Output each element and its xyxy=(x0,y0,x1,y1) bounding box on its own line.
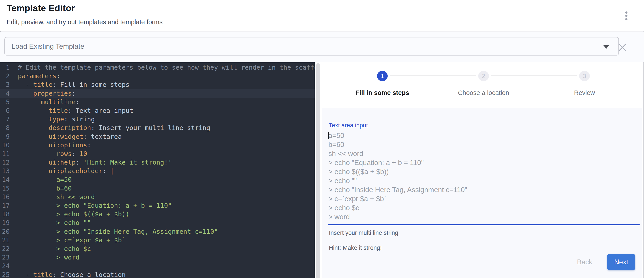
line-number: 10 xyxy=(0,141,10,150)
form-preview-pane: 1Fill in some steps2Choose a location3Re… xyxy=(322,62,642,278)
yaml-code-editor[interactable]: 1# Edit the template parameters below to… xyxy=(0,62,315,278)
step-label-2: Choose a location xyxy=(437,89,530,96)
line-number: 9 xyxy=(0,132,10,141)
line-number: 1 xyxy=(0,63,10,72)
code-line[interactable]: 11 rows: 10 xyxy=(0,150,315,158)
code-text xyxy=(10,262,18,270)
code-line[interactable]: 16 sh << word xyxy=(0,193,315,201)
line-number: 25 xyxy=(0,271,10,278)
line-number: 24 xyxy=(0,262,10,270)
code-line[interactable]: 12 ui:help: 'Hint: Make it strong!' xyxy=(0,158,315,167)
line-number: 3 xyxy=(0,80,10,89)
back-button[interactable]: Back xyxy=(573,256,596,268)
code-line[interactable]: 20 > echo "Inside Here Tag, Assignment c… xyxy=(0,227,315,236)
load-template-placeholder: Load Existing Template xyxy=(12,42,84,50)
template-toolbar: Load Existing Template xyxy=(0,32,644,62)
line-number: 17 xyxy=(0,201,10,210)
code-line[interactable]: 14 a=50 xyxy=(0,175,315,184)
code-line[interactable]: 8 description: Insert your multi line st… xyxy=(0,124,315,132)
textarea-placeholder-line: b=60 xyxy=(328,140,640,149)
code-line[interactable]: 19 > echo "" xyxy=(0,219,315,227)
load-template-select[interactable]: Load Existing Template xyxy=(4,37,619,55)
close-icon xyxy=(618,43,626,51)
code-line[interactable]: 1# Edit the template parameters below to… xyxy=(0,63,315,72)
caret-down-icon[interactable] xyxy=(604,45,609,49)
code-text: ui:placeholder: | xyxy=(10,167,114,175)
code-line[interactable]: 25 - title: Choose a location xyxy=(0,271,315,278)
code-text: ui:help: 'Hint: Make it strong!' xyxy=(10,158,172,167)
code-text: description: Insert your multi line stri… xyxy=(10,124,210,132)
code-line[interactable]: 17 > echo "Equation: a + b = 110" xyxy=(0,201,315,210)
line-number: 6 xyxy=(0,106,10,115)
multiline-textarea[interactable]: a=50b=60sh << word> echo "Equation: a + … xyxy=(328,131,640,222)
step-connector xyxy=(390,76,476,76)
step-circle-3: 3 xyxy=(579,71,590,81)
line-number: 11 xyxy=(0,150,10,158)
code-text: parameters: xyxy=(10,72,60,80)
editor-splitter-track xyxy=(315,62,322,278)
code-text: title: Text area input xyxy=(10,106,133,115)
textarea-placeholder-line: > echo $(($a + $b)) xyxy=(328,167,640,176)
code-line[interactable]: 4 properties: xyxy=(0,89,315,98)
step-circle-2: 2 xyxy=(478,71,489,81)
code-text: > word xyxy=(10,253,79,262)
field-help-text: Hint: Make it strong! xyxy=(329,245,382,251)
code-text: b=60 xyxy=(10,184,72,193)
code-text: # Edit the template parameters below to … xyxy=(10,63,315,72)
line-number: 2 xyxy=(0,72,10,80)
line-number: 8 xyxy=(0,124,10,132)
textarea-placeholder-line: > word xyxy=(328,212,640,221)
textarea-placeholder-line: sh << word xyxy=(328,149,640,158)
code-text: a=50 xyxy=(10,175,72,184)
code-text: > echo "" xyxy=(10,219,91,227)
more-vert-icon[interactable] xyxy=(621,10,632,21)
code-text: sh << word xyxy=(10,193,95,201)
code-line[interactable]: 2parameters: xyxy=(0,72,315,80)
code-text: > c=`expr $a + $b` xyxy=(10,236,126,245)
step-connector xyxy=(491,76,577,76)
code-text: > echo "Equation: a + b = 110" xyxy=(10,201,172,210)
textarea-placeholder-line: > echo "" xyxy=(328,176,640,185)
code-line[interactable]: 21 > c=`expr $a + $b` xyxy=(0,236,315,245)
line-number: 20 xyxy=(0,227,10,236)
clear-template-button[interactable] xyxy=(617,42,628,53)
textarea-placeholder-line: > echo "Inside Here Tag, Assignment c=11… xyxy=(328,185,640,194)
line-number: 16 xyxy=(0,193,10,201)
code-line[interactable]: 22 > echo $c xyxy=(0,245,315,253)
page-subtitle: Edit, preview, and try out templates and… xyxy=(6,18,163,26)
code-text: > echo $c xyxy=(10,245,91,253)
step-label-1: Fill in some steps xyxy=(336,89,429,96)
step-label-3: Review xyxy=(538,89,631,96)
line-number: 4 xyxy=(0,89,10,98)
code-line[interactable]: 15 b=60 xyxy=(0,184,315,193)
code-text: multiline: xyxy=(10,98,79,106)
textarea-placeholder-line: > echo $c xyxy=(328,203,640,212)
code-line[interactable]: 6 title: Text area input xyxy=(0,106,315,115)
line-number: 13 xyxy=(0,167,10,175)
code-text: > echo $(($a + $b)) xyxy=(10,210,129,219)
line-number: 14 xyxy=(0,175,10,184)
textarea-placeholder-line: a=50 xyxy=(328,131,640,140)
code-line[interactable]: 24 xyxy=(0,262,315,270)
next-button[interactable]: Next xyxy=(607,254,635,270)
code-line[interactable]: 7 type: string xyxy=(0,115,315,124)
code-line[interactable]: 10 ui:options: xyxy=(0,141,315,150)
code-text: - title: Fill in some steps xyxy=(10,80,129,89)
field-description: Insert your multi line string xyxy=(329,230,398,236)
line-number: 19 xyxy=(0,219,10,227)
code-line[interactable]: 5 multiline: xyxy=(0,98,315,106)
editor-scrollbar-thumb[interactable] xyxy=(316,63,320,278)
code-line[interactable]: 9 ui:widget: textarea xyxy=(0,132,315,141)
code-text: ui:widget: textarea xyxy=(10,132,122,141)
code-line[interactable]: 18 > echo $(($a + $b)) xyxy=(0,210,315,219)
textarea-focus-underline xyxy=(328,224,640,225)
line-number: 7 xyxy=(0,115,10,124)
code-line[interactable]: 13 ui:placeholder: | xyxy=(0,167,315,175)
code-text: properties: xyxy=(10,89,76,98)
textarea-placeholder-line: > echo "Equation: a + b = 110" xyxy=(328,158,640,167)
wizard-actions: Back Next xyxy=(573,254,635,270)
code-line[interactable]: 23 > word xyxy=(0,253,315,262)
code-text: rows: 10 xyxy=(10,150,87,158)
page-title: Template Editor xyxy=(6,3,75,13)
code-line[interactable]: 3 - title: Fill in some steps xyxy=(0,80,315,89)
